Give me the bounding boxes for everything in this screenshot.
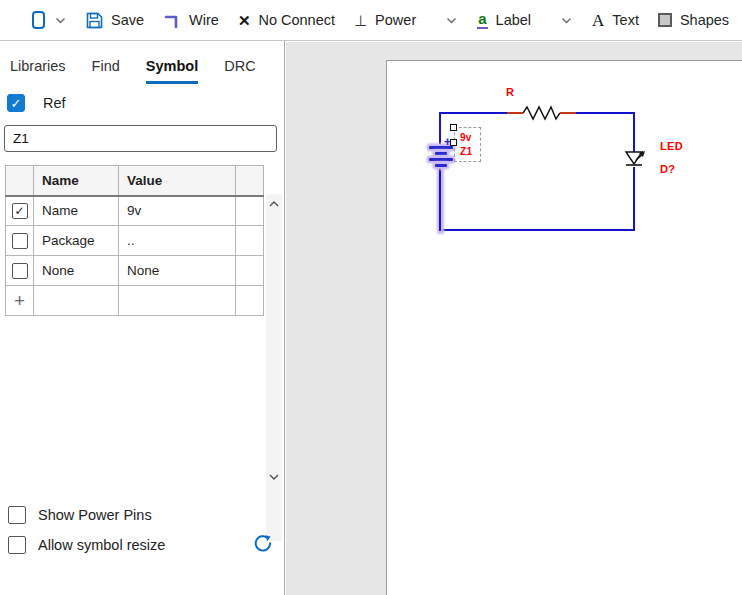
properties-panel: Libraries Find Symbol DRC Ref Name Value… <box>0 41 285 595</box>
shapes-button[interactable]: Shapes <box>658 12 729 28</box>
shapes-label: Shapes <box>680 12 729 28</box>
prop-value-cell[interactable]: .. <box>119 226 236 256</box>
power-dropdown-button[interactable] <box>445 14 458 27</box>
properties-table: Name Value Name 9v Package .. None None <box>5 165 264 316</box>
resistor-ref-label[interactable]: R <box>506 86 514 98</box>
schematic-sheet[interactable]: + 9v Z1 R LED D? <box>386 60 742 595</box>
power-icon: ⊥ <box>354 13 367 28</box>
chevron-down-icon <box>54 14 67 27</box>
power-label: Power <box>375 12 416 28</box>
text-button[interactable]: A Text <box>592 12 639 29</box>
led-symbol[interactable] <box>622 151 648 169</box>
prop-value-cell[interactable]: 9v <box>119 196 236 226</box>
ref-row: Ref <box>7 94 284 112</box>
blank-shape-icon <box>32 11 45 29</box>
shapes-icon <box>658 13 672 27</box>
add-property-button[interactable]: + <box>14 290 25 311</box>
table-row: None None <box>6 256 264 286</box>
resistor-pin-left[interactable] <box>507 112 523 114</box>
shape-dropdown-button[interactable] <box>54 14 67 27</box>
row-checkbox[interactable] <box>12 233 28 249</box>
show-power-pins-label: Show Power Pins <box>38 507 152 523</box>
prop-value-cell[interactable]: None <box>119 256 236 286</box>
led-label[interactable]: LED <box>660 140 683 152</box>
text-icon: A <box>592 12 604 29</box>
resistor-pin-right[interactable] <box>560 112 576 114</box>
wire-bottom[interactable] <box>439 229 635 231</box>
save-label: Save <box>111 12 144 28</box>
tab-libraries[interactable]: Libraries <box>10 58 66 84</box>
save-icon <box>86 12 103 29</box>
tab-find[interactable]: Find <box>92 58 120 84</box>
label-icon: a <box>477 11 487 29</box>
new-shape-button[interactable] <box>32 11 45 29</box>
ref-input[interactable] <box>4 125 277 152</box>
text-label: Text <box>612 12 639 28</box>
header-actions-col <box>236 166 264 196</box>
no-connect-button[interactable]: ✕ No Connect <box>238 12 335 28</box>
panel-scrollbar[interactable] <box>266 194 282 541</box>
add-property-row: + <box>6 286 264 316</box>
label-dropdown-button[interactable] <box>560 14 573 27</box>
tab-symbol[interactable]: Symbol <box>146 58 198 84</box>
schematic-canvas[interactable]: + 9v Z1 R LED D? <box>286 42 742 595</box>
row-checkbox[interactable] <box>12 263 28 279</box>
row-action-cell <box>236 226 264 256</box>
wire-right-lower[interactable] <box>633 167 635 231</box>
label-label: Label <box>496 12 531 28</box>
row-action-cell <box>236 196 264 226</box>
scroll-up-icon[interactable] <box>268 198 280 210</box>
row-checkbox[interactable] <box>12 203 28 219</box>
panel-tabs: Libraries Find Symbol DRC <box>0 41 284 84</box>
table-row: Package .. <box>6 226 264 256</box>
row-action-cell <box>236 256 264 286</box>
show-power-pins-checkbox[interactable] <box>8 506 26 524</box>
allow-symbol-resize-checkbox[interactable] <box>8 536 26 554</box>
battery-ref-label[interactable]: Z1 <box>460 146 472 157</box>
toolbar: Save Wire ✕ No Connect ⊥ Power a Label A… <box>0 0 742 41</box>
refresh-icon[interactable] <box>252 533 274 555</box>
battery-plate-long[interactable] <box>429 158 453 161</box>
ref-checkbox[interactable] <box>7 94 25 112</box>
save-button[interactable]: Save <box>86 12 144 29</box>
table-header-row: Name Value <box>6 166 264 196</box>
battery-plate-short[interactable] <box>435 152 447 155</box>
header-name: Name <box>34 166 119 196</box>
battery-value-label[interactable]: 9v <box>460 132 472 143</box>
resistor-symbol[interactable] <box>523 105 560 121</box>
chevron-down-icon <box>445 14 458 27</box>
wire-right-upper[interactable] <box>633 112 635 153</box>
battery-plate-short[interactable] <box>435 164 447 167</box>
prop-name-cell[interactable]: None <box>34 256 119 286</box>
selection-handle[interactable] <box>450 124 457 131</box>
wire-top-left[interactable] <box>439 112 507 114</box>
scroll-down-icon[interactable] <box>268 471 280 483</box>
wire-label: Wire <box>189 12 219 28</box>
header-checkbox-col <box>6 166 34 196</box>
power-button[interactable]: ⊥ Power <box>354 12 416 28</box>
allow-symbol-resize-row: Allow symbol resize <box>8 536 165 554</box>
wire-top-right[interactable] <box>576 112 635 114</box>
no-connect-label: No Connect <box>258 12 335 28</box>
wire-button[interactable]: Wire <box>163 11 219 29</box>
chevron-down-icon <box>560 14 573 27</box>
show-power-pins-row: Show Power Pins <box>8 506 152 524</box>
allow-symbol-resize-label: Allow symbol resize <box>38 537 165 553</box>
label-button[interactable]: a Label <box>477 11 531 29</box>
wire-left-lower[interactable] <box>439 168 441 231</box>
header-value: Value <box>119 166 236 196</box>
led-ref-label[interactable]: D? <box>660 163 675 175</box>
wire-left-upper[interactable] <box>439 112 441 144</box>
prop-name-cell[interactable]: Package <box>34 226 119 256</box>
prop-name-cell[interactable]: Name <box>34 196 119 226</box>
table-row: Name 9v <box>6 196 264 226</box>
wire-icon <box>163 11 181 29</box>
tab-drc[interactable]: DRC <box>224 58 255 84</box>
schematic-editor-window: Save Wire ✕ No Connect ⊥ Power a Label A… <box>0 0 742 595</box>
no-connect-icon: ✕ <box>238 13 251 28</box>
ref-label: Ref <box>43 95 66 111</box>
selection-handle[interactable] <box>450 139 457 146</box>
